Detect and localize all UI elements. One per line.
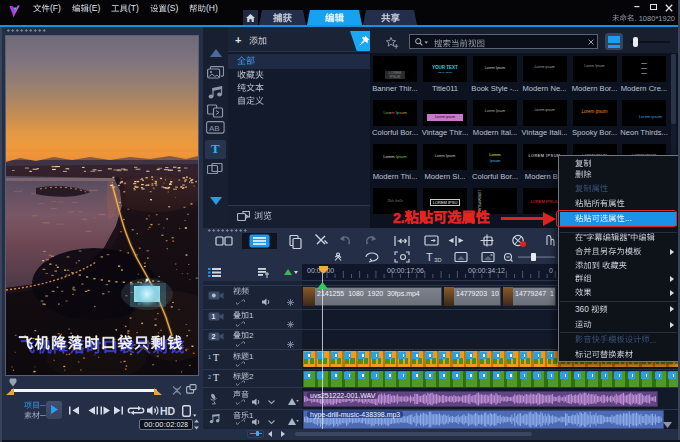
svg-text:2: 2 xyxy=(212,333,216,340)
svg-text:HD: HD xyxy=(160,405,176,417)
svg-text:T: T xyxy=(426,251,433,263)
svg-text:1: 1 xyxy=(212,313,216,320)
svg-text:3D: 3D xyxy=(434,257,442,263)
svg-text:AB: AB xyxy=(209,124,220,133)
